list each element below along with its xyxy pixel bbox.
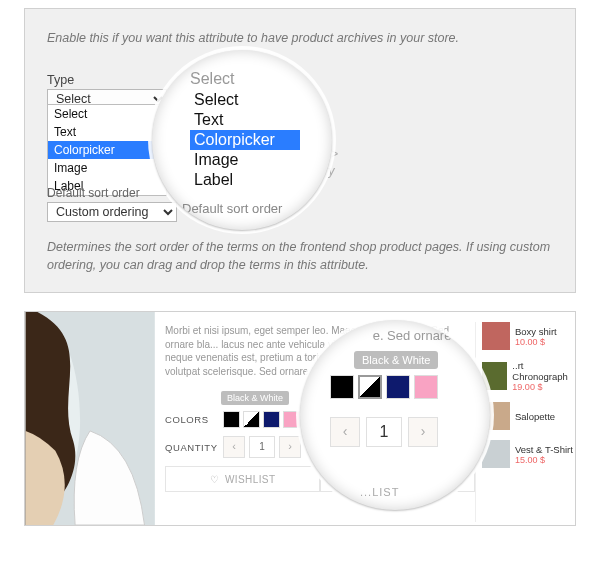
type-option-select[interactable]: Select <box>48 105 166 123</box>
magnifier-type-dropdown: Select Select Text Colorpicker Image Lab… <box>152 50 332 230</box>
mag2-quantity-stepper: ‹ 1 › <box>330 417 470 447</box>
type-option-text[interactable]: Text <box>48 123 166 141</box>
mag-option-text[interactable]: Text <box>190 110 300 130</box>
colors-label: COLORS <box>165 414 223 425</box>
swatch-black[interactable] <box>223 411 240 428</box>
sort-description: Determines the sort order of the terms o… <box>47 239 553 274</box>
type-option-colorpicker[interactable]: Colorpicker <box>48 141 166 159</box>
mag-option-image[interactable]: Image <box>190 150 300 170</box>
mag2-wishlist-fragment: ...LIST <box>360 486 399 498</box>
mag2-swatch-pink[interactable] <box>414 375 438 399</box>
sort-order-select[interactable]: Custom ordering <box>47 202 177 222</box>
sidebar-item[interactable]: Salopette <box>482 402 575 430</box>
type-dropdown-open[interactable]: Select Text Colorpicker Image Label <box>47 104 167 196</box>
swatch-black-white[interactable] <box>243 411 260 428</box>
swatch-pink[interactable] <box>283 411 300 428</box>
color-swatches <box>223 411 300 428</box>
mag2-color-swatches <box>330 375 470 399</box>
thumb-icon <box>482 362 507 390</box>
quantity-label: QUANTITY <box>165 442 223 453</box>
magnifier-color-quantity: e. Sed ornare bl... Black & White ‹ 1 › … <box>300 320 490 510</box>
sidebar-item[interactable]: Vest & T-Shirt15.00 $ <box>482 440 575 468</box>
mag2-swatch-black[interactable] <box>330 375 354 399</box>
mag-option-label[interactable]: Label <box>190 170 300 190</box>
mag-option-select[interactable]: Select <box>190 90 300 110</box>
selected-swatch-badge: Black & White <box>221 391 289 405</box>
mag2-qty-decrease-button[interactable]: ‹ <box>330 417 360 447</box>
mag-option-colorpicker[interactable]: Colorpicker <box>190 130 300 150</box>
wishlist-button[interactable]: ♡ WISHLIST <box>165 466 320 492</box>
mag-default-sort-fragment: Default sort order <box>182 201 282 216</box>
archive-description: Enable this if you want this attribute t… <box>47 31 553 45</box>
qty-value[interactable]: 1 <box>249 436 275 458</box>
qty-decrease-button[interactable]: ‹ <box>223 436 245 458</box>
sidebar-item[interactable]: Boxy shirt10.00 $ <box>482 322 575 350</box>
qty-increase-button[interactable]: › <box>279 436 301 458</box>
sidebar-item[interactable]: ..rt Chronograph19.00 $ <box>482 360 575 392</box>
heart-icon: ♡ <box>210 474 219 485</box>
mag2-swatch-black-white[interactable] <box>358 375 382 399</box>
swatch-navy[interactable] <box>263 411 280 428</box>
product-image <box>25 312 155 525</box>
default-sort-label: Default sort order <box>47 186 140 200</box>
mag2-qty-increase-button[interactable]: › <box>408 417 438 447</box>
quantity-stepper: ‹ 1 › <box>223 436 301 458</box>
mag2-swatch-badge: Black & White <box>354 351 438 369</box>
mag2-swatch-navy[interactable] <box>386 375 410 399</box>
mag2-qty-value[interactable]: 1 <box>366 417 402 447</box>
related-products-sidebar: Boxy shirt10.00 $ ..rt Chronograph19.00 … <box>475 322 575 522</box>
thumb-icon <box>482 440 510 468</box>
mag-select-heading: Select <box>190 68 300 90</box>
thumb-icon <box>482 322 510 350</box>
type-option-image[interactable]: Image <box>48 159 166 177</box>
